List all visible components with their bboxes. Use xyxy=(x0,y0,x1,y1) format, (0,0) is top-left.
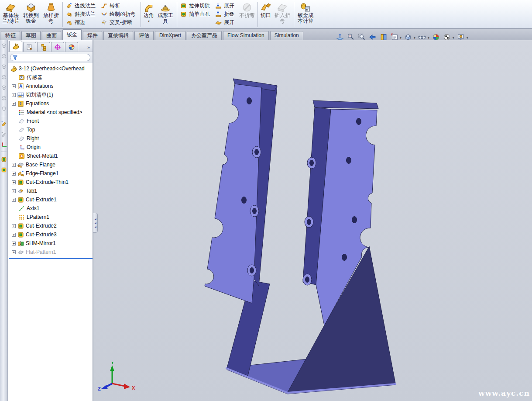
3d-sketch-icon[interactable] xyxy=(0,131,7,137)
standard-view-cube-icon[interactable] xyxy=(0,74,7,80)
rip-button[interactable]: 切口 xyxy=(259,1,272,28)
tree-item-cut-extrude-thin1[interactable]: + Cut-Extrude-Thin1 xyxy=(9,178,93,187)
tree-item-base-flange[interactable]: + Base-Flange xyxy=(9,160,93,169)
expand-toggle[interactable]: + xyxy=(12,84,16,88)
configurationmanager-tab[interactable] xyxy=(37,42,50,52)
dropdown-caret-icon[interactable]: ▼ xyxy=(427,37,430,39)
tree-item-top-plane[interactable]: Top xyxy=(9,125,93,134)
tree-item-material[interactable]: Material <not specified> xyxy=(9,108,93,117)
zoom-to-fit-icon[interactable] xyxy=(336,33,344,41)
tree-item-cut-extrude3[interactable]: + Cut-Extrude3 xyxy=(9,230,93,239)
flatten-button[interactable]: 展开 xyxy=(214,18,237,27)
tab-evaluate[interactable]: 评估 xyxy=(134,31,154,40)
expand-toggle[interactable]: + xyxy=(12,233,16,237)
tree-item-right-plane[interactable]: Right xyxy=(9,134,93,143)
tree-item-axis1[interactable]: Axis1 xyxy=(9,204,93,213)
view-orientation-icon[interactable] xyxy=(390,33,398,41)
tree-item-front-plane[interactable]: Front xyxy=(9,117,93,125)
unfold-button[interactable]: 展开 xyxy=(214,2,237,10)
cross-break-button[interactable]: 交叉-折断 xyxy=(100,18,138,27)
featuremanager-tab[interactable] xyxy=(9,41,22,52)
tree-item-flat-pattern1[interactable]: + Flat-Pattern1 xyxy=(9,248,93,256)
reference-geometry-icon[interactable] xyxy=(0,141,7,148)
hem-button[interactable]: 褶边 xyxy=(65,18,98,27)
tree-root-item[interactable]: 3-12 (Overhead<<Overhead xyxy=(9,64,93,73)
expand-toggle[interactable]: + xyxy=(12,180,16,184)
panel-collapse-splitter[interactable]: ◄ ◄ ◄ xyxy=(93,213,98,233)
propertymanager-tab[interactable] xyxy=(23,42,36,52)
tab-sheet-metal[interactable]: 钣金 xyxy=(62,29,82,40)
display-style-icon[interactable] xyxy=(404,33,412,41)
hide-show-items-icon[interactable] xyxy=(418,33,426,41)
tree-item-edge-flange1[interactable]: + Edge-Flange1 xyxy=(9,169,93,178)
extruded-feature-icon[interactable] xyxy=(0,166,7,173)
extruded-cut-button[interactable]: 拉伸切除 xyxy=(179,2,213,10)
tree-item-cut-extrude2[interactable]: + Cut-Extrude2 xyxy=(9,221,93,230)
standard-view-cube-icon[interactable] xyxy=(0,53,7,59)
tab-simulation[interactable]: Simulation xyxy=(270,31,303,40)
tree-item-cut-extrude1[interactable]: + Cut-Extrude1 xyxy=(9,195,93,204)
fold-button[interactable]: 折叠 xyxy=(214,10,237,18)
apply-scene-icon[interactable] xyxy=(443,33,451,41)
tab-sketch[interactable]: 草图 xyxy=(21,31,41,40)
sheet-metal-costing-button[interactable]: 钣金成本计算 xyxy=(295,1,316,28)
tab-direct-editing[interactable]: 直接编辑 xyxy=(103,31,133,40)
tree-item-sheet-metal1[interactable]: Sheet-Metal1 xyxy=(9,152,93,160)
sketch-icon[interactable] xyxy=(0,120,7,127)
tree-item-equations[interactable]: + Σ Equations xyxy=(9,99,93,108)
zoom-to-area-icon[interactable] xyxy=(357,33,366,41)
expand-toggle[interactable]: + xyxy=(12,224,16,228)
zoom-in-out-icon[interactable] xyxy=(347,33,355,41)
dropdown-caret-icon[interactable]: ▼ xyxy=(399,37,402,39)
panel-overflow-chevron[interactable]: » xyxy=(87,45,91,52)
tree-item-sensors[interactable]: 传感器 xyxy=(9,73,93,82)
expand-toggle[interactable]: + xyxy=(12,189,16,193)
expand-toggle[interactable]: + xyxy=(12,93,16,97)
expand-toggle[interactable]: + xyxy=(12,172,16,176)
tab-office-products[interactable]: 办公室产品 xyxy=(187,31,222,40)
tab-features[interactable]: 特征 xyxy=(1,31,20,40)
expand-toggle[interactable]: + xyxy=(12,102,16,106)
dropdown-caret-icon[interactable]: ▼ xyxy=(466,37,469,39)
tree-item-shm-mirror1[interactable]: + SHM-Mirror1 xyxy=(9,239,93,248)
standard-view-cube-icon[interactable] xyxy=(0,42,7,49)
displaymanager-tab[interactable] xyxy=(65,42,78,52)
tab-weldments[interactable]: 焊件 xyxy=(83,31,102,40)
tree-filter-input[interactable] xyxy=(10,54,90,61)
tree-item-lpattern1[interactable]: LPattern1 xyxy=(9,213,93,221)
extruded-feature-icon[interactable] xyxy=(0,156,7,162)
standard-view-cube-icon[interactable] xyxy=(0,84,7,91)
isometric-view-icon[interactable] xyxy=(0,105,7,112)
graphics-viewport[interactable]: Y X Z www.ayc.cn xyxy=(94,40,532,401)
expand-toggle[interactable]: + xyxy=(12,198,16,202)
tab-surfaces[interactable]: 曲面 xyxy=(42,31,61,40)
dropdown-caret-icon[interactable]: ▼ xyxy=(413,37,416,39)
rollback-bar[interactable] xyxy=(9,258,93,259)
dimxpertmanager-tab[interactable] xyxy=(51,42,64,52)
standard-view-cube-icon[interactable] xyxy=(0,95,7,101)
dropdown-caret-icon[interactable]: ▼ xyxy=(148,19,150,24)
miter-flange-button[interactable]: 斜接法兰 xyxy=(65,10,98,18)
tree-item-origin[interactable]: Origin xyxy=(9,143,93,152)
corner-button[interactable]: 边角 ▼ xyxy=(142,1,155,28)
base-flange-button[interactable]: 基体法兰/薄片 xyxy=(1,1,21,28)
forming-tool-button[interactable]: 成形工具 xyxy=(155,1,175,28)
view-settings-icon[interactable] xyxy=(457,33,465,41)
lofted-bend-button[interactable]: 放样折弯 xyxy=(41,1,61,28)
joist-hanger-model[interactable] xyxy=(94,40,532,401)
tab-dimxpert[interactable]: DimXpert xyxy=(155,31,185,40)
edit-appearance-icon[interactable] xyxy=(432,33,440,41)
convert-to-sheet-metal-button[interactable]: 转换到钣金 xyxy=(21,1,41,28)
tab-flow-simulation[interactable]: Flow Simulation xyxy=(223,31,269,40)
standard-view-cube-icon[interactable] xyxy=(0,63,7,70)
dropdown-caret-icon[interactable]: ▼ xyxy=(452,37,455,39)
jog-button[interactable]: 转折 xyxy=(100,2,138,10)
expand-toggle[interactable]: + xyxy=(12,163,16,167)
expand-toggle[interactable]: + xyxy=(12,242,16,245)
previous-view-icon[interactable] xyxy=(368,33,377,41)
tree-item-tab1[interactable]: + Tab1 xyxy=(9,187,93,195)
tree-item-cut-list[interactable]: + 切割清单(1) xyxy=(9,90,93,99)
section-view-icon[interactable] xyxy=(379,33,388,41)
tree-item-annotations[interactable]: + A Annotations xyxy=(9,82,93,90)
sketched-bend-button[interactable]: 绘制的折弯 xyxy=(100,10,138,18)
